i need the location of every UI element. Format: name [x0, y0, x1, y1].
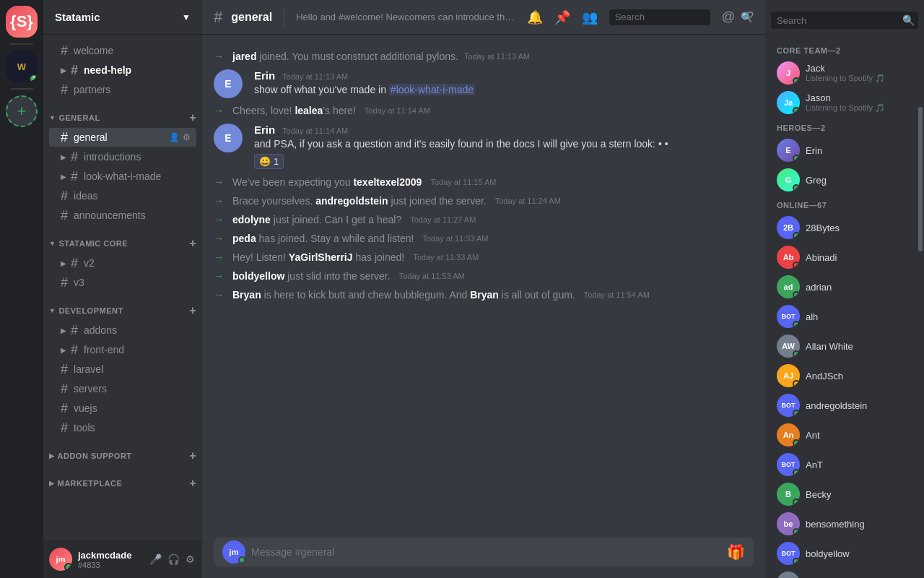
channel-item-partners[interactable]: # partners [49, 80, 196, 99]
member-item-andjsch[interactable]: AJ AndJSch [771, 361, 918, 390]
add-channel-icon[interactable]: + [189, 111, 196, 124]
channel-name: v3 [74, 277, 84, 288]
channel-name: front-end [84, 344, 124, 355]
member-avatar-jack: J [777, 61, 800, 85]
status-indicator [793, 499, 800, 506]
reaction-count: 1 [274, 156, 279, 167]
join-arrow-icon: → [214, 51, 224, 62]
reaction-button[interactable]: 😀 1 [254, 154, 284, 169]
channel-item-vuejs[interactable]: # vuejs [49, 399, 196, 418]
headphone-icon[interactable]: 🎧 [166, 552, 181, 566]
nitro-gift-icon[interactable]: 🎁 [727, 543, 745, 561]
member-initials: An [783, 431, 794, 439]
channel-item-announcements[interactable]: # announcements [49, 206, 196, 225]
members-icon[interactable]: 👤 [169, 132, 180, 142]
category-marketplace[interactable]: ▶ MARKETPLACE + [43, 465, 202, 493]
hash-icon: # [61, 382, 68, 395]
header-search[interactable]: 🔍 [609, 9, 710, 25]
sidebar-header[interactable]: Statamic ▼ [43, 0, 202, 35]
member-item-jason[interactable]: Ja Jason Listening to Spotify 🎵 [771, 88, 918, 117]
server-icon-statamic[interactable]: {S} [6, 6, 38, 38]
add-channel-icon[interactable]: + [189, 304, 196, 317]
channel-item-v2[interactable]: ▶ # v2 [49, 254, 196, 272]
pin-icon[interactable]: 📌 [554, 9, 570, 25]
help-icon[interactable]: ? [746, 9, 754, 25]
expand-arrow: ▶ [61, 327, 66, 335]
channel-item-servers[interactable]: # servers [49, 379, 196, 398]
channel-item-introductions[interactable]: ▶ # introductions [49, 147, 196, 166]
member-avatar-abinadi: Ab [777, 246, 800, 269]
member-item-AnT[interactable]: BOT AnT [771, 450, 918, 479]
category-general[interactable]: ▼ GENERAL + [43, 100, 202, 127]
members-toggle-icon[interactable]: 👥 [582, 9, 598, 25]
channel-item-front-end[interactable]: ▶ # front-end [49, 340, 196, 359]
channel-item-general[interactable]: # general 👤 ⚙ [49, 128, 196, 147]
status-indicator [793, 380, 800, 387]
channel-item-need-help[interactable]: ▶ # need-help [49, 61, 196, 79]
hash-icon: # [61, 421, 68, 434]
member-item-greg[interactable]: G Greg [771, 165, 918, 194]
channel-item-look-what-i-made[interactable]: ▶ # look-what-i-made [49, 167, 196, 186]
system-timestamp: Today at 11:15 AM [430, 178, 496, 186]
member-avatar-ant: An [777, 423, 800, 447]
add-channel-icon[interactable]: + [189, 237, 196, 250]
add-channel-icon[interactable]: + [189, 477, 196, 490]
status-indicator [793, 291, 800, 298]
member-item-erin[interactable]: E Erin [771, 136, 918, 165]
member-item-adrian[interactable]: ad adrian [771, 272, 918, 301]
member-initials: BOT [782, 313, 796, 320]
category-development[interactable]: ▼ DEVELOPMENT + [43, 293, 202, 320]
category-addon-support[interactable]: ▶ ADDON SUPPORT + [43, 438, 202, 465]
channel-item-welcome[interactable]: # welcome [49, 41, 196, 60]
add-server-button[interactable]: + [6, 95, 38, 127]
header-search-input[interactable] [615, 12, 736, 22]
member-name-bensomething: bensomething [806, 519, 865, 530]
add-channel-icon[interactable]: + [189, 449, 196, 462]
settings-icon[interactable]: ⚙ [184, 552, 196, 566]
server-name: Statamic [55, 11, 100, 23]
category-label: GENERAL [58, 113, 100, 122]
join-arrow-icon: → [214, 251, 224, 263]
user-info: jackmcdade #4833 [78, 550, 142, 569]
member-item-brettbash[interactable]: bb brettbash [771, 569, 918, 578]
member-item-alh[interactable]: BOT alh [771, 302, 918, 331]
member-item-boldyellow[interactable]: BOT boldyellow [771, 539, 918, 568]
microphone-icon[interactable]: 🎤 [148, 552, 163, 566]
channel-name: need-help [84, 64, 131, 76]
message-timestamp: Today at 11:14 AM [282, 126, 348, 135]
status-indicator [793, 321, 800, 328]
member-initials: BOT [782, 550, 796, 557]
notification-bell-icon[interactable]: 🔔 [527, 9, 543, 25]
channel-item-v3[interactable]: # v3 [49, 273, 196, 292]
inbox-icon[interactable]: @ [722, 9, 735, 25]
members-search-box[interactable]: 🔍 [771, 12, 918, 29]
member-item-jack[interactable]: J Jack Listening to Spotify 🎵 [771, 59, 918, 87]
channel-item-ideas[interactable]: # ideas [49, 186, 196, 205]
mention-link[interactable]: #look-what-i-made [389, 84, 475, 95]
member-item-28bytes[interactable]: 2B 28Bytes [771, 213, 918, 242]
hash-icon: # [61, 363, 68, 376]
member-item-ant[interactable]: An Ant [771, 420, 918, 449]
member-item-becky[interactable]: B Becky [771, 480, 918, 509]
system-text: Cheers, love! lealea's here! [232, 105, 356, 116]
member-item-allanwhite[interactable]: AW Allan White [771, 332, 918, 361]
system-timestamp: Today at 11:54 AM [584, 290, 650, 299]
settings-icon[interactable]: ⚙ [183, 132, 191, 142]
category-statamic-core[interactable]: ▼ STATAMIC CORE + [43, 225, 202, 253]
message-input[interactable] [251, 538, 721, 566]
member-item-bensomething[interactable]: be bensomething [771, 509, 918, 538]
scrollbar-thumb[interactable] [918, 107, 923, 251]
channel-name: welcome [74, 45, 113, 56]
server-icon-wild[interactable]: W 2 [6, 51, 38, 82]
channel-item-laravel[interactable]: # laravel [49, 360, 196, 379]
members-search-input[interactable] [777, 15, 898, 26]
member-item-abinadi[interactable]: Ab Abinadi [771, 243, 918, 272]
scrollbar-track [918, 35, 923, 578]
chat-header: # general Hello and #welcome! Newcomers … [202, 0, 765, 35]
channel-item-addons[interactable]: ▶ # addons [49, 321, 196, 340]
member-avatar-AnT: BOT [777, 453, 800, 476]
member-initials: be [784, 519, 793, 528]
channel-item-tools[interactable]: # tools [49, 418, 196, 437]
user-initials: jm [56, 555, 66, 564]
member-item-andregoldstein[interactable]: BOT andregoldstein [771, 391, 918, 420]
